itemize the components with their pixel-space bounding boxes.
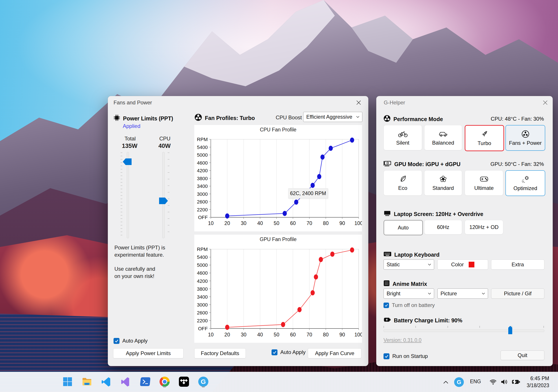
tray-clock[interactable]: 6:45 PM 3/18/2023 <box>527 375 549 389</box>
gpu-card-icon <box>384 160 392 168</box>
cpu-slider-thumb[interactable] <box>159 198 168 204</box>
performance-mode-header: Performance Mode <box>384 115 443 123</box>
svg-text:3000: 3000 <box>197 191 208 197</box>
close-icon[interactable] <box>540 97 550 108</box>
gear-sparkle-icon <box>521 175 530 184</box>
svg-text:3800: 3800 <box>197 286 208 292</box>
screen-auto-button[interactable]: Auto <box>384 220 423 235</box>
svg-text:4200: 4200 <box>197 278 208 284</box>
tidal-icon[interactable] <box>178 375 190 388</box>
battery-slider-track[interactable] <box>384 329 544 332</box>
rocket-icon <box>480 130 489 139</box>
ultimate-mode-button[interactable]: Ultimate <box>465 170 503 196</box>
svg-text:RPM: RPM <box>197 137 208 142</box>
screen-60hz-button[interactable]: 60Hz <box>424 220 462 234</box>
balanced-mode-button[interactable]: Balanced <box>424 125 462 150</box>
close-icon[interactable] <box>353 97 364 108</box>
picture-gif-button[interactable]: Picture / Gif <box>491 289 544 299</box>
svg-text:10: 10 <box>208 220 214 226</box>
applied-link[interactable]: Applied <box>123 123 140 129</box>
svg-text:RPM: RPM <box>197 247 208 252</box>
chevron-down-icon <box>356 116 359 118</box>
gamepad-icon <box>479 175 489 183</box>
quit-button[interactable]: Quit <box>501 350 544 360</box>
factory-defaults-button[interactable]: Factory Defaults <box>194 348 246 358</box>
total-slider-thumb[interactable] <box>123 158 131 165</box>
chrome-icon[interactable] <box>158 375 171 388</box>
svg-text:2600: 2600 <box>197 199 208 205</box>
checkbox-checked-icon <box>384 353 389 359</box>
auto-apply-fan-checkbox[interactable]: Auto Apply <box>271 349 306 355</box>
eco-mode-button[interactable]: Eco <box>384 170 422 196</box>
tray-language[interactable]: ENG <box>470 379 481 384</box>
keyboard-mode-dropdown[interactable]: Static <box>384 259 434 270</box>
optimized-mode-button[interactable]: Optimized <box>506 170 545 196</box>
windows-logo-icon <box>63 377 72 386</box>
keyboard-extra-button[interactable]: Extra <box>491 259 544 270</box>
file-explorer-icon[interactable] <box>81 375 93 388</box>
tile-label: Standard <box>432 185 454 191</box>
vscode-icon[interactable] <box>100 375 113 388</box>
svg-text:30: 30 <box>241 332 247 337</box>
running-indicator <box>163 386 166 387</box>
volume-icon[interactable] <box>500 378 509 386</box>
screen-120hz-od-button[interactable]: 120Hz + OD <box>465 220 503 234</box>
cpu-value: 40W <box>158 143 171 150</box>
svg-text:3400: 3400 <box>197 183 208 189</box>
cpu-boost-dropdown[interactable]: Efficient Aggressive <box>303 112 362 122</box>
auto-apply-label: Auto Apply <box>122 338 148 344</box>
chevron-down-icon <box>428 292 431 295</box>
fan-icon <box>522 130 529 138</box>
g-helper-tray-icon[interactable]: G <box>454 377 464 387</box>
run-on-startup-checkbox[interactable]: Run on Startup <box>384 353 428 359</box>
fans-and-power-window: Fans and Power Power Limits (PPT) Applie… <box>108 96 368 366</box>
performance-mode-title: Performance Mode <box>393 116 443 122</box>
g-helper-taskbar-icon[interactable]: G <box>197 375 209 388</box>
matrix-brightness-dropdown[interactable]: Bright <box>384 289 434 299</box>
fan-profiles-header: Fan Profiles: Turbo <box>194 114 255 122</box>
matrix-mode-dropdown[interactable]: Picture <box>437 289 488 299</box>
svg-text:80: 80 <box>323 220 329 226</box>
standard-mode-button[interactable]: Standard <box>424 170 462 196</box>
auto-apply-power-checkbox[interactable]: Auto Apply <box>113 338 148 344</box>
gpu-temp-fan-status: GPU: 50°C - Fan: 32% <box>490 161 544 167</box>
battery-bolt-icon <box>384 317 391 324</box>
tray-chevron-up-icon[interactable] <box>442 378 450 386</box>
fan-icon <box>194 114 202 122</box>
turn-off-on-battery-checkbox[interactable]: Turn off on battery <box>384 302 435 308</box>
keyboard-color-button[interactable]: Color <box>437 259 488 270</box>
keyboard-icon <box>384 251 392 258</box>
silent-mode-button[interactable]: Silent <box>384 125 422 150</box>
fans-power-button[interactable]: Fans + Power <box>506 125 545 151</box>
svg-text:90: 90 <box>340 332 345 337</box>
power-limits-header: Power Limits (PPT) <box>113 115 173 122</box>
powershell-icon[interactable] <box>139 375 151 388</box>
warning-text: Power Limits (PPT) is <box>114 245 165 251</box>
anime-matrix-title: Anime Matrix <box>392 281 427 287</box>
svg-text:4200: 4200 <box>197 168 208 173</box>
svg-text:30: 30 <box>241 220 247 226</box>
battery-slider-ticks <box>384 326 544 328</box>
cpu-boost-label: CPU Boost <box>276 115 302 121</box>
checkbox-checked-icon <box>113 338 120 344</box>
running-indicator <box>202 386 205 387</box>
svg-text:3000: 3000 <box>197 302 208 308</box>
start-button[interactable] <box>61 375 74 388</box>
cpu-fan-curve-chart[interactable]: OFF220026003000340038004200460050005400R… <box>194 125 362 231</box>
wifi-icon[interactable] <box>489 378 497 386</box>
button-label: 120Hz + OD <box>469 224 499 230</box>
version-link[interactable]: Version: 0.31.0.0 <box>384 337 422 343</box>
turbo-mode-button[interactable]: Turbo <box>465 125 504 151</box>
apply-power-limits-button[interactable]: Apply Power Limits <box>113 348 183 358</box>
svg-text:40: 40 <box>257 332 263 337</box>
cpu-slider-ticks <box>168 152 169 238</box>
cpu-slider-track[interactable] <box>162 152 165 238</box>
turn-off-on-battery-label: Turn off on battery <box>392 302 435 308</box>
gpu-fan-curve-chart[interactable]: OFF220026003000340038004200460050005400R… <box>194 235 362 343</box>
warning-text: experimental feature. <box>114 252 164 258</box>
window-title: Fans and Power <box>113 100 152 106</box>
battery-charging-icon[interactable] <box>511 378 521 386</box>
cpu-fan-chart-panel: CPU Fan Profile OFF220026003000340038004… <box>194 125 362 231</box>
visual-studio-icon[interactable] <box>120 375 132 388</box>
apply-fan-curve-button[interactable]: Apply Fan Curve <box>308 348 362 358</box>
